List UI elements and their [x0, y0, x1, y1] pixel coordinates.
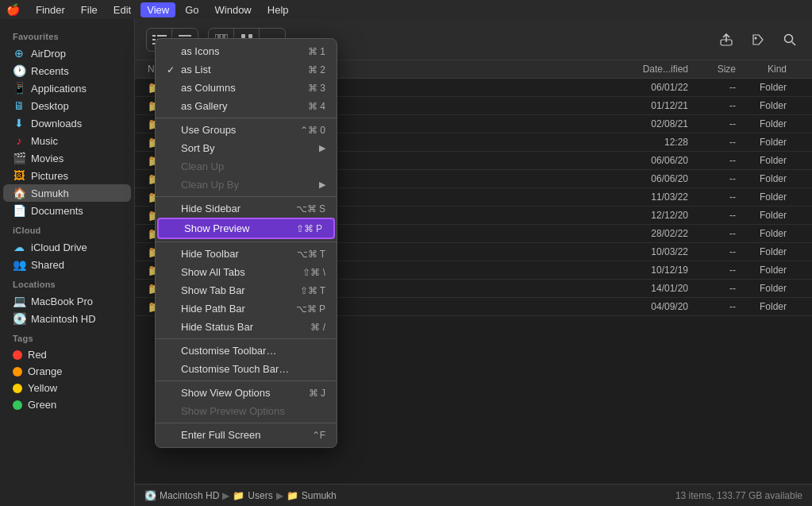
file-size: -- [688, 155, 736, 166]
sidebar-item-macbook-pro[interactable]: 💻 MacBook Pro [3, 292, 131, 310]
menu-item-as-list[interactable]: ✓ as List ⌘ 2 [156, 60, 337, 79]
shortcut-hide-status-bar: ⌘ / [310, 322, 325, 333]
svg-rect-14 [248, 34, 252, 38]
sidebar-item-macintosh-hd[interactable]: 💽 Macintosh HD [3, 310, 131, 327]
file-kind: Folder [736, 118, 799, 129]
sidebar-section-icloud: iCloud [0, 219, 134, 238]
sidebar-label-pictures: Pictures [31, 170, 68, 182]
menu-item-hide-status-bar[interactable]: Hide Status Bar ⌘ / [156, 318, 337, 336]
menu-view[interactable]: View [140, 2, 175, 17]
file-size: -- [688, 137, 736, 148]
breadcrumb-macintosh-hd[interactable]: 💽 Macintosh HD [144, 490, 219, 501]
file-kind: Folder [736, 265, 799, 276]
sidebar-item-tag-yellow[interactable]: Yellow [3, 380, 131, 396]
file-kind: Folder [736, 82, 799, 93]
music-icon: ♪ [13, 134, 25, 147]
sidebar-label-music: Music [31, 135, 58, 147]
menu-item-use-groups[interactable]: Use Groups ⌃⌘ 0 [156, 121, 337, 139]
menu-item-enter-fullscreen[interactable]: Enter Full Screen ⌃F [156, 426, 337, 444]
menu-item-clean-up-by: Clean Up By ▶ [156, 176, 337, 194]
applications-icon: 📱 [13, 82, 25, 95]
file-date: 12:28 [609, 137, 688, 148]
sidebar-item-applications[interactable]: 📱 Applications [3, 79, 131, 97]
menu-divider-4 [156, 338, 337, 339]
menu-go[interactable]: Go [179, 2, 205, 17]
tag-button[interactable] [745, 29, 771, 51]
sidebar-item-desktop[interactable]: 🖥 Desktop [3, 97, 131, 114]
breadcrumb: 💽 Macintosh HD ▶ 📁 Users ▶ 📁 Sumukh [144, 490, 337, 501]
col-header-date[interactable]: Date...ified [609, 64, 688, 75]
sidebar-item-music[interactable]: ♪ Music [3, 132, 131, 149]
sidebar-item-documents[interactable]: 📄 Documents [3, 202, 131, 219]
file-date: 04/09/20 [609, 301, 688, 312]
menu-help[interactable]: Help [261, 2, 295, 17]
menu-label-customise-touchbar: Customise Touch Bar… [181, 363, 325, 375]
menu-item-hide-toolbar[interactable]: Hide Toolbar ⌥⌘ T [156, 245, 337, 263]
file-date: 14/01/20 [609, 283, 688, 294]
sidebar-item-tag-orange[interactable]: Orange [3, 363, 131, 380]
menu-item-hide-path-bar[interactable]: Hide Path Bar ⌥⌘ P [156, 299, 337, 318]
col-header-kind[interactable]: Kind [736, 64, 799, 75]
search-button[interactable] [777, 29, 802, 51]
sidebar-label-macbook-pro: MacBook Pro [31, 295, 93, 307]
folder-small-icon-sumukh: 📁 [287, 490, 298, 501]
menu-item-as-columns[interactable]: as Columns ⌘ 3 [156, 79, 337, 97]
file-size: -- [688, 82, 736, 93]
sidebar-section-locations: Locations [0, 273, 134, 292]
sidebar-item-icloud-drive[interactable]: ☁ iCloud Drive [3, 238, 131, 256]
menu-finder[interactable]: Finder [29, 2, 71, 17]
menu-divider-6 [156, 423, 337, 423]
menu-item-show-all-tabs[interactable]: Show All Tabs ⇧⌘ \ [156, 263, 337, 281]
sidebar-item-sumukh[interactable]: 🏠 Sumukh [3, 184, 131, 202]
menu-item-show-preview[interactable]: Show Preview ⇧⌘ P [157, 218, 335, 239]
shortcut-as-icons: ⌘ 1 [308, 46, 325, 57]
menu-label-clean-up-by: Clean Up By [181, 179, 313, 191]
breadcrumb-sumukh[interactable]: 📁 Sumukh [287, 490, 337, 501]
menu-item-as-icons[interactable]: as Icons ⌘ 1 [156, 42, 337, 60]
menu-label-clean-up: Clean Up [181, 160, 325, 172]
menu-window[interactable]: Window [209, 2, 258, 17]
sidebar-label-icloud-drive: iCloud Drive [31, 241, 87, 253]
menu-file[interactable]: File [75, 2, 104, 17]
sidebar-label-tag-yellow: Yellow [28, 382, 57, 394]
menu-bar: 🍎 Finder File Edit View Go Window Help [0, 0, 812, 19]
menu-label-hide-sidebar: Hide Sidebar [181, 203, 290, 214]
share-button[interactable] [714, 29, 739, 51]
shortcut-use-groups: ⌃⌘ 0 [300, 125, 325, 136]
file-date: 06/01/22 [609, 82, 688, 93]
file-date: 12/12/20 [609, 210, 688, 221]
menu-item-as-gallery[interactable]: as Gallery ⌘ 4 [156, 97, 337, 115]
apple-logo-icon[interactable]: 🍎 [6, 3, 20, 16]
arrow-clean-up-by: ▶ [319, 180, 325, 190]
menu-edit[interactable]: Edit [107, 2, 137, 17]
sidebar-item-recents[interactable]: 🕐 Recents [3, 62, 131, 79]
breadcrumb-users[interactable]: 📁 Users [233, 490, 272, 501]
sidebar-item-movies[interactable]: 🎬 Movies [3, 149, 131, 167]
file-date: 01/12/21 [609, 100, 688, 111]
menu-item-show-tab-bar[interactable]: Show Tab Bar ⇧⌘ T [156, 281, 337, 299]
airdrop-icon: ⊕ [13, 47, 25, 60]
sidebar-item-tag-green[interactable]: Green [3, 396, 131, 413]
menu-label-show-tab-bar: Show Tab Bar [181, 284, 294, 296]
sidebar-item-tag-red[interactable]: Red [3, 346, 131, 363]
sidebar-item-airdrop[interactable]: ⊕ AirDrop [3, 44, 131, 62]
shortcut-as-list: ⌘ 2 [308, 64, 325, 75]
menu-label-hide-toolbar: Hide Toolbar [181, 248, 291, 260]
check-as-list: ✓ [167, 64, 178, 75]
sidebar-item-pictures[interactable]: 🖼 Pictures [3, 167, 131, 184]
menu-item-hide-sidebar[interactable]: Hide Sidebar ⌥⌘ S [156, 199, 337, 218]
menu-item-sort-by[interactable]: Sort By ▶ [156, 139, 337, 157]
menu-item-customise-touchbar[interactable]: Customise Touch Bar… [156, 360, 337, 378]
menu-label-customise-toolbar: Customise Toolbar… [181, 345, 325, 357]
shortcut-as-columns: ⌘ 3 [308, 83, 325, 94]
sidebar-item-downloads[interactable]: ⬇ Downloads [3, 114, 131, 132]
menu-item-customise-toolbar[interactable]: Customise Toolbar… [156, 342, 337, 360]
sidebar-label-downloads: Downloads [31, 118, 82, 129]
file-date: 11/03/22 [609, 191, 688, 203]
file-size: -- [688, 228, 736, 239]
menu-item-show-view-options[interactable]: Show View Options ⌘ J [156, 384, 337, 402]
sidebar-item-shared[interactable]: 👥 Shared [3, 256, 131, 273]
sidebar-label-movies: Movies [31, 153, 63, 164]
sidebar-label-shared: Shared [31, 259, 64, 271]
col-header-size[interactable]: Size [688, 64, 736, 75]
